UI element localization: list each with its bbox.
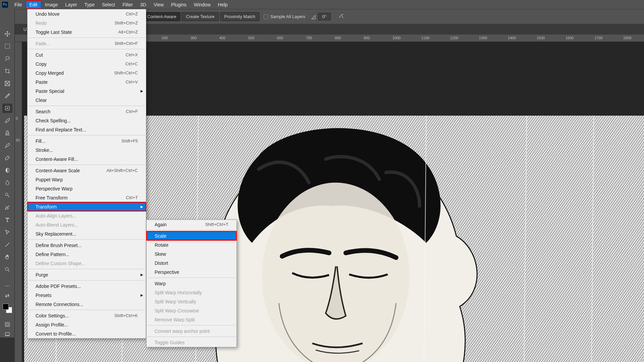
- menu-edit[interactable]: Edit: [26, 1, 41, 9]
- eraser-tool[interactable]: [2, 153, 12, 163]
- ellipsis-icon[interactable]: ⋯: [4, 282, 11, 289]
- menu-item-label: Assign Profile...: [36, 322, 68, 327]
- gradient-tool[interactable]: [2, 166, 12, 175]
- mode-content-aware[interactable]: Content-Aware: [143, 12, 180, 21]
- lasso-tool[interactable]: [2, 54, 12, 63]
- color-swatch[interactable]: [3, 304, 12, 313]
- menu-item-puppet-warp[interactable]: Puppet Warp: [28, 175, 146, 184]
- blur-tool[interactable]: [2, 178, 12, 187]
- history-brush-tool[interactable]: [2, 141, 12, 150]
- dodge-tool[interactable]: [2, 190, 12, 200]
- menu-item-paste[interactable]: PasteCtrl+V: [28, 77, 146, 86]
- pen-tool[interactable]: [2, 203, 12, 212]
- menu-item-label: Search: [36, 109, 50, 114]
- screenmode-icon[interactable]: [4, 331, 11, 338]
- menu-view[interactable]: View: [150, 1, 167, 9]
- menu-item-scale[interactable]: Scale: [147, 231, 236, 240]
- menu-3d[interactable]: 3D: [137, 1, 150, 9]
- menu-item-content-aware-scale[interactable]: Content-Aware ScaleAlt+Shift+Ctrl+C: [28, 166, 146, 175]
- angle-icon: ◿: [311, 13, 315, 20]
- menu-item-label: Paste Special: [36, 88, 64, 94]
- menu-item-convert-to-profile[interactable]: Convert to Profile...: [28, 329, 146, 338]
- menu-item-clear[interactable]: Clear: [28, 96, 146, 105]
- submenu-arrow-icon: ▶: [141, 89, 143, 93]
- menu-item-distort[interactable]: Distort: [147, 258, 236, 267]
- menu-separator: [28, 38, 145, 38]
- quickmask-icon[interactable]: [4, 321, 11, 328]
- menu-file[interactable]: File: [11, 1, 26, 9]
- menu-item-warp[interactable]: Warp: [147, 279, 236, 288]
- hand-tool[interactable]: [2, 252, 12, 262]
- menu-item-again[interactable]: AgainShift+Ctrl+T: [147, 220, 236, 229]
- menu-item-label: Split Warp Horizontally: [155, 290, 202, 295]
- menu-item-toggle-last-state[interactable]: Toggle Last StateAlt+Ctrl+Z: [28, 27, 146, 37]
- menu-plugins[interactable]: Plugins: [167, 1, 190, 9]
- menu-image[interactable]: Image: [41, 1, 62, 9]
- menu-item-presets[interactable]: Presets▶: [28, 291, 146, 300]
- menu-item-copy[interactable]: CopyCtrl+C: [28, 59, 146, 68]
- heal-tool[interactable]: [2, 104, 12, 113]
- type-tool[interactable]: [2, 215, 12, 225]
- menu-item-label: Define Pattern...: [36, 252, 69, 257]
- marquee-tool[interactable]: [2, 42, 12, 51]
- mode-proximity-match[interactable]: Proximity Match: [220, 12, 260, 21]
- foreground-color[interactable]: [3, 304, 9, 310]
- menu-filter[interactable]: Filter: [119, 1, 137, 9]
- menu-item-search[interactable]: SearchCtrl+F: [28, 107, 146, 116]
- path-select-tool[interactable]: [2, 228, 12, 237]
- menu-select[interactable]: Select: [98, 1, 119, 9]
- menu-item-stroke[interactable]: Stroke...: [28, 145, 146, 155]
- menu-item-label: Convert warp anchor point: [155, 328, 210, 334]
- shape-tool[interactable]: [2, 240, 12, 249]
- stamp-tool[interactable]: [2, 128, 12, 138]
- frame-tool[interactable]: [2, 79, 12, 88]
- angle-input[interactable]: 0°: [318, 13, 331, 20]
- menu-item-adobe-pdf-presets[interactable]: Adobe PDF Presets...: [28, 282, 146, 291]
- menu-item-remote-connections[interactable]: Remote Connections...: [28, 300, 146, 309]
- eyedropper-tool[interactable]: [2, 91, 12, 101]
- menu-item-perspective-warp[interactable]: Perspective Warp: [28, 184, 146, 193]
- menu-item-label: Again: [155, 222, 167, 227]
- menu-item-label: Purge: [36, 272, 48, 278]
- pressure-icon[interactable]: [338, 13, 345, 21]
- menu-item-label: Copy Merged: [36, 70, 64, 76]
- menu-item-remove-warp-split: Remove Warp Split: [147, 315, 236, 324]
- menu-item-content-aware-fill[interactable]: Content-Aware Fill...: [28, 155, 146, 164]
- menu-item-check-spelling[interactable]: Check Spelling...: [28, 116, 146, 125]
- menu-item-free-transform[interactable]: Free TransformCtrl+T: [28, 193, 146, 202]
- menu-item-define-pattern[interactable]: Define Pattern...: [28, 250, 146, 259]
- crop-tool[interactable]: [2, 66, 12, 76]
- menu-item-label: Transform: [36, 204, 57, 209]
- mode-create-texture[interactable]: Create Texture: [181, 12, 219, 21]
- menu-separator: [28, 49, 145, 49]
- app-icon: Ps: [2, 2, 8, 8]
- zoom-tool[interactable]: [2, 265, 12, 274]
- menu-item-define-brush-preset[interactable]: Define Brush Preset...: [28, 241, 146, 250]
- menu-layer[interactable]: Layer: [62, 1, 81, 9]
- menu-item-sky-replacement[interactable]: Sky Replacement...: [28, 229, 146, 238]
- menu-shortcut: Shift+Ctrl+T: [205, 222, 228, 227]
- move-tool[interactable]: [2, 29, 12, 39]
- menu-item-assign-profile[interactable]: Assign Profile...: [28, 320, 146, 329]
- sample-all-layers[interactable]: Sample All Layers: [264, 14, 305, 19]
- menu-item-perspective[interactable]: Perspective: [147, 267, 236, 277]
- menu-item-rotate[interactable]: Rotate: [147, 240, 236, 249]
- menu-item-label: Free Transform: [36, 195, 68, 200]
- ruler-tick: 1700: [594, 36, 602, 40]
- menu-item-purge[interactable]: Purge▶: [28, 270, 146, 279]
- menu-window[interactable]: Window: [190, 1, 214, 9]
- menu-item-color-settings[interactable]: Color Settings...Shift+Ctrl+K: [28, 311, 146, 320]
- menu-item-cut[interactable]: CutCtrl+X: [28, 50, 146, 59]
- menu-item-find-and-replace-text[interactable]: Find and Replace Text...: [28, 125, 146, 134]
- swap-colors-icon[interactable]: ⇄: [4, 292, 11, 299]
- menu-item-copy-merged[interactable]: Copy MergedShift+Ctrl+C: [28, 68, 146, 77]
- menu-item-label: Define Brush Preset...: [36, 243, 82, 248]
- menu-item-undo-move[interactable]: Undo MoveCtrl+Z: [28, 9, 146, 18]
- menu-item-paste-special[interactable]: Paste Special▶: [28, 86, 146, 96]
- menu-type[interactable]: Type: [81, 1, 98, 9]
- menu-help[interactable]: Help: [214, 1, 231, 9]
- menu-item-skew[interactable]: Skew: [147, 249, 236, 258]
- menu-item-transform[interactable]: Transform▶: [28, 202, 146, 211]
- menu-item-fill[interactable]: Fill...Shift+F5: [28, 136, 146, 145]
- brush-tool[interactable]: [2, 116, 12, 125]
